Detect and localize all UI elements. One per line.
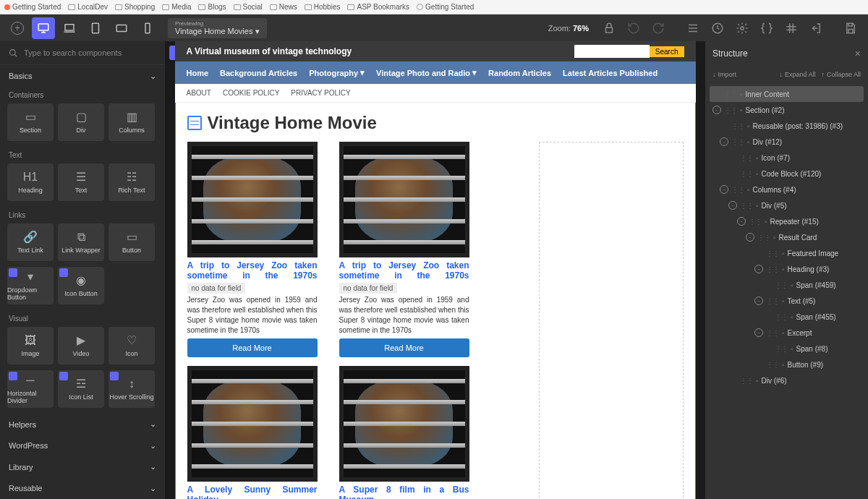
drag-icon[interactable]: ⋮⋮ (766, 250, 779, 257)
featured-image[interactable] (187, 366, 318, 482)
element-dropdown-button[interactable]: ▾Dropdown Button (7, 267, 54, 304)
toggle-icon[interactable]: - (712, 106, 721, 114)
element-textlink[interactable]: 🔗Text Link (7, 223, 54, 261)
tree-node[interactable]: -⋮⋮▫Result Card (710, 229, 864, 245)
drag-icon[interactable]: ⋮⋮ (731, 186, 744, 194)
card-title[interactable]: A trip to Jersey Zoo taken sometime in t… (187, 260, 318, 281)
drag-icon[interactable]: ⋮⋮ (766, 265, 779, 273)
exit-button[interactable] (804, 17, 827, 39)
bookmark-shopping[interactable]: Shopping (115, 3, 155, 11)
featured-image[interactable] (339, 366, 469, 482)
library-header[interactable]: Library⌄ (0, 456, 165, 478)
drag-icon[interactable]: ⋮⋮ (731, 138, 744, 146)
element-button[interactable]: ▭Button (109, 223, 155, 261)
drag-icon[interactable]: ⋮⋮ (731, 122, 744, 130)
tree-node[interactable]: -⋮⋮▫Columns (#4) (710, 182, 864, 197)
element-icon-button[interactable]: ◉Icon Button (58, 267, 104, 304)
element-columns[interactable]: ▥Columns (109, 103, 155, 141)
desktop-view-button[interactable] (32, 17, 55, 39)
tree-node[interactable]: -⋮⋮▫Repeater (#15) (710, 213, 864, 229)
element-image[interactable]: 🖼Image (7, 327, 54, 364)
bookmark-hobbies[interactable]: Hobbies (305, 3, 341, 11)
drag-icon[interactable]: ⋮⋮ (740, 154, 753, 162)
redo-button[interactable] (647, 17, 670, 39)
css-button[interactable] (755, 17, 778, 39)
element-richtext[interactable]: ☷Rich Text (109, 163, 155, 201)
sidebar-column[interactable] (539, 142, 684, 499)
lock-button[interactable] (597, 17, 621, 39)
basics-header[interactable]: Basics⌄ (0, 65, 165, 87)
tree-node[interactable]: -⋮⋮▫Text (#5) (710, 293, 864, 309)
close-panel-button[interactable]: × (855, 48, 861, 59)
tree-node[interactable]: ⋮⋮▫Span (#459) (710, 277, 864, 293)
element-linkwrapper[interactable]: ⧉Link Wrapper (58, 223, 104, 261)
nav-photography[interactable]: Photography▾ (309, 68, 365, 77)
tree-node[interactable]: ⋮⋮▫Inner Content (710, 86, 864, 102)
tree-node[interactable]: -⋮⋮▫Div (#5) (710, 197, 864, 213)
element-text[interactable]: ☰Text (58, 163, 104, 201)
subnav-about[interactable]: ABOUT (187, 89, 211, 97)
drag-icon[interactable]: ⋮⋮ (757, 234, 770, 242)
element-icon[interactable]: ♡Icon (109, 327, 155, 364)
bookmark-getting-started[interactable]: Getting Started (4, 3, 61, 11)
card-title[interactable]: A Lovely Sunny Summer Holiday (187, 485, 318, 499)
tree-node[interactable]: ⋮⋮▫Span (#455) (710, 309, 864, 325)
drag-icon[interactable]: ⋮⋮ (766, 361, 779, 369)
nav-bg-articles[interactable]: Background Articles (220, 68, 297, 77)
mobile-view-button[interactable] (136, 17, 159, 39)
toggle-icon[interactable]: - (720, 137, 728, 146)
toggle-icon[interactable]: - (728, 201, 737, 210)
bookmark-blogs[interactable]: Blogs (198, 3, 226, 11)
element-section[interactable]: ▭Section (7, 103, 54, 141)
bookmark-localdev[interactable]: LocalDev (68, 3, 108, 11)
element-iconlist[interactable]: ☲Icon List (58, 370, 104, 408)
bookmark-news[interactable]: News (270, 3, 297, 11)
import-button[interactable]: ↓ Import (712, 71, 736, 78)
drag-icon[interactable]: ⋮⋮ (766, 297, 779, 305)
drag-icon[interactable]: ⋮⋮ (775, 345, 788, 353)
toggle-icon[interactable]: - (746, 233, 754, 242)
site-search-button[interactable]: Search (650, 46, 684, 57)
drag-icon[interactable]: ⋮⋮ (775, 281, 788, 289)
reusable-header[interactable]: Reusable⌄ (0, 478, 165, 499)
nav-home[interactable]: Home (187, 68, 209, 77)
undo-button[interactable] (622, 17, 645, 39)
tablet-landscape-button[interactable] (110, 17, 133, 39)
tree-node[interactable]: ⋮⋮▫Code Block (#120) (710, 166, 864, 182)
save-button[interactable] (839, 17, 862, 39)
component-search[interactable]: Type to search components (0, 41, 165, 65)
element-heading[interactable]: H1Heading (7, 163, 54, 201)
drag-icon[interactable]: ⋮⋮ (724, 106, 737, 114)
bookmark-getting-started-2[interactable]: Getting Started (417, 3, 474, 11)
nav-vintage-photo[interactable]: Vintage Photo and Radio▾ (376, 68, 477, 77)
read-more-button[interactable]: Read More (339, 338, 469, 357)
tree-node[interactable]: -⋮⋮▫Section (#2) (710, 102, 864, 118)
expand-all-button[interactable]: ↓ Expand All (779, 71, 815, 78)
wordpress-header[interactable]: WordPress⌄ (0, 435, 165, 456)
featured-image[interactable] (187, 142, 318, 257)
subnav-cookie[interactable]: COOKIE POLICY (223, 89, 279, 97)
tree-node[interactable]: ⋮⋮▫Featured Image (710, 245, 864, 261)
tree-node[interactable]: -⋮⋮▫Excerpt (710, 325, 864, 341)
featured-image[interactable] (339, 142, 469, 257)
nav-latest[interactable]: Latest Articles Published (563, 68, 658, 77)
tree-node[interactable]: ⋮⋮▫Icon (#7) (710, 150, 864, 166)
collapse-all-button[interactable]: ↑ Collapse All (821, 71, 861, 78)
toggle-icon[interactable]: - (737, 217, 746, 226)
settings-button[interactable] (731, 17, 754, 39)
element-hover-scroll[interactable]: ↕Hover Scrolling (109, 370, 155, 408)
grid-button[interactable] (780, 17, 803, 39)
toggle-icon[interactable]: - (754, 297, 763, 305)
tablet-view-button[interactable] (84, 17, 107, 39)
element-video[interactable]: ▶Video (58, 327, 104, 364)
helpers-header[interactable]: Helpers⌄ (0, 414, 165, 435)
drag-icon[interactable]: ⋮⋮ (749, 218, 762, 226)
tree-node[interactable]: ⋮⋮▫Button (#9) (710, 357, 864, 372)
tree-node[interactable]: ⋮⋮▫Div (#6) (710, 372, 864, 388)
toggle-icon[interactable]: - (754, 328, 763, 337)
tree-node[interactable]: ⋮⋮▫Span (#8) (710, 341, 864, 357)
drag-icon[interactable]: ⋮⋮ (740, 170, 753, 178)
toggle-icon[interactable]: - (720, 185, 728, 194)
subnav-privacy[interactable]: PRIVACY POLICY (291, 89, 350, 97)
drag-icon[interactable]: ⋮⋮ (766, 329, 779, 337)
